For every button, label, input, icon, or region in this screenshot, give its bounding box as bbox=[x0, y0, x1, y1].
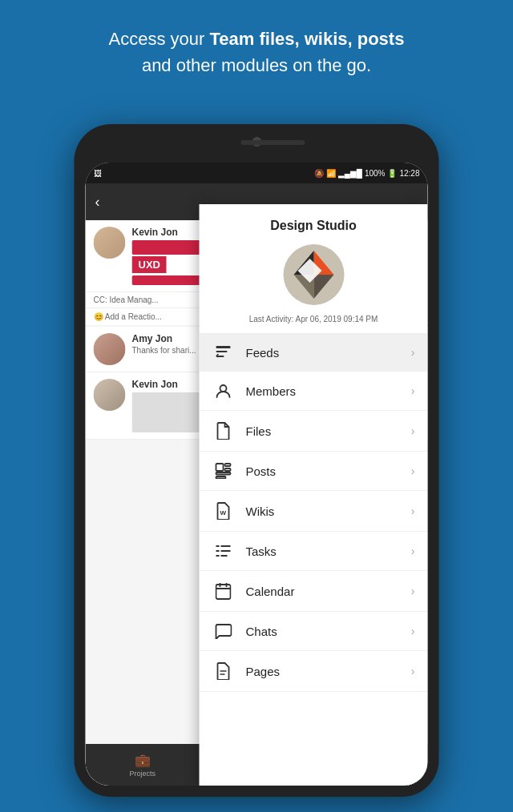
status-bar-icon: 🖼 bbox=[94, 169, 102, 178]
wifi-icon: 📶 bbox=[326, 169, 336, 178]
menu-files-label: Files bbox=[246, 424, 411, 438]
menu-item-tasks[interactable]: Tasks › bbox=[200, 532, 428, 571]
menu-calendar-label: Calendar bbox=[246, 585, 411, 598]
menu-item-feeds[interactable]: Feeds › bbox=[200, 334, 428, 372]
app-content: ‹ Kevin Jon Nov 05, 20... UXD bbox=[86, 183, 428, 786]
last-activity-text: Last Activity: Apr 06, 2019 09:14 PM bbox=[212, 315, 415, 324]
pages-chevron-icon: › bbox=[411, 665, 415, 677]
header-text-line2: and other modules on the go. bbox=[142, 55, 371, 75]
menu-item-pages[interactable]: Pages › bbox=[200, 651, 428, 692]
tab-projects[interactable]: 💼 Projects bbox=[86, 753, 200, 778]
phone-speaker bbox=[240, 140, 305, 145]
uxd-badge: UXD bbox=[132, 256, 167, 273]
menu-list: Feeds › Members › bbox=[200, 334, 428, 786]
svg-rect-7 bbox=[216, 351, 228, 352]
members-chevron-icon: › bbox=[411, 384, 415, 397]
svg-rect-10 bbox=[216, 464, 224, 471]
svg-rect-14 bbox=[216, 476, 226, 479]
svg-rect-13 bbox=[216, 472, 231, 475]
files-icon bbox=[212, 422, 235, 440]
files-chevron-icon: › bbox=[411, 424, 415, 437]
menu-item-wikis[interactable]: W Wikis › bbox=[200, 491, 428, 532]
menu-item-posts[interactable]: Posts › bbox=[200, 452, 428, 491]
feeds-chevron-icon: › bbox=[411, 346, 415, 359]
phone-screen: 🖼 🔕 📶 ▂▄▆█ 100% 🔋 12:28 ‹ bbox=[86, 163, 428, 786]
header-section: Access your Team files, wikis, posts and… bbox=[0, 0, 513, 94]
menu-item-calendar[interactable]: Calendar › bbox=[200, 571, 428, 612]
header-text-bold: Team files, wikis, posts bbox=[210, 29, 405, 49]
menu-posts-label: Posts bbox=[246, 464, 411, 478]
overlay-panel: Design Studio bbox=[200, 204, 428, 786]
status-bar-left: 🖼 bbox=[94, 169, 102, 178]
battery-percent: 100% bbox=[365, 169, 386, 178]
phone-frame: 🖼 🔕 📶 ▂▄▆█ 100% 🔋 12:28 ‹ bbox=[75, 124, 439, 797]
calendar-chevron-icon: › bbox=[411, 585, 415, 597]
signal-bars: ▂▄▆█ bbox=[338, 169, 362, 178]
menu-members-label: Members bbox=[246, 384, 411, 398]
avatar-amy bbox=[94, 333, 126, 365]
members-icon bbox=[212, 383, 235, 399]
chats-icon bbox=[212, 623, 235, 639]
avatar-kevin-1 bbox=[94, 227, 126, 259]
svg-rect-22 bbox=[216, 585, 231, 599]
avatar-kevin-2 bbox=[94, 379, 126, 411]
chats-chevron-icon: › bbox=[411, 625, 415, 637]
calendar-icon bbox=[212, 582, 235, 600]
svg-rect-6 bbox=[216, 346, 231, 348]
team-header: Design Studio bbox=[200, 204, 428, 334]
tasks-chevron-icon: › bbox=[411, 545, 415, 557]
posts-icon bbox=[212, 463, 235, 479]
chat-name-1: Kevin Jon bbox=[132, 227, 178, 238]
menu-tasks-label: Tasks bbox=[246, 545, 411, 558]
status-bar-right: 🔕 📶 ▂▄▆█ 100% 🔋 12:28 bbox=[314, 169, 420, 178]
svg-point-9 bbox=[220, 385, 227, 392]
team-logo bbox=[281, 243, 345, 307]
menu-item-files[interactable]: Files › bbox=[200, 411, 428, 452]
projects-icon: 💼 bbox=[135, 753, 151, 768]
wikis-icon: W bbox=[212, 502, 235, 520]
team-name: Design Studio bbox=[212, 219, 415, 233]
tasks-icon bbox=[212, 543, 235, 559]
status-bar: 🖼 🔕 📶 ▂▄▆█ 100% 🔋 12:28 bbox=[86, 163, 428, 183]
mute-icon: 🔕 bbox=[314, 169, 324, 178]
feeds-icon bbox=[212, 345, 235, 360]
back-arrow-icon[interactable]: ‹ bbox=[95, 194, 100, 211]
posts-chevron-icon: › bbox=[411, 464, 415, 477]
battery-icon: 🔋 bbox=[387, 169, 397, 178]
menu-chats-label: Chats bbox=[246, 625, 411, 638]
clock: 12:28 bbox=[399, 169, 419, 178]
wikis-chevron-icon: › bbox=[411, 504, 415, 517]
svg-rect-12 bbox=[225, 468, 231, 471]
svg-text:W: W bbox=[220, 509, 227, 517]
pages-icon bbox=[212, 662, 235, 680]
menu-pages-label: Pages bbox=[246, 665, 411, 678]
chat-name-2: Amy Jon bbox=[132, 333, 173, 344]
menu-wikis-label: Wikis bbox=[246, 504, 411, 518]
menu-feeds-label: Feeds bbox=[246, 346, 411, 360]
tab-projects-label: Projects bbox=[129, 770, 156, 778]
menu-item-members[interactable]: Members › bbox=[200, 372, 428, 411]
chat-name-3: Kevin Jon bbox=[132, 379, 178, 390]
menu-item-chats[interactable]: Chats › bbox=[200, 612, 428, 651]
svg-rect-11 bbox=[225, 464, 231, 466]
header-text-prefix: Access your bbox=[109, 29, 210, 49]
